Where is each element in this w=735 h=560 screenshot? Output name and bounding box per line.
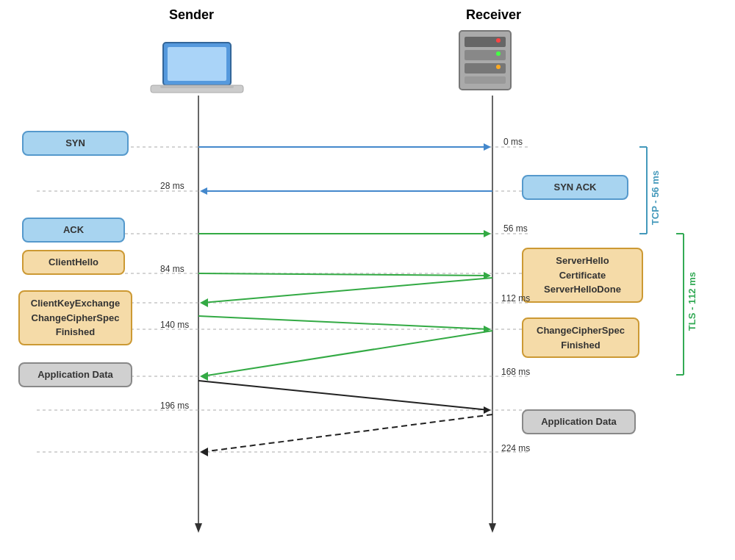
svg-marker-28	[484, 406, 491, 414]
receiver-label: Receiver	[466, 7, 521, 23]
syn-box: SYN	[22, 131, 129, 156]
time-28ms: 28 ms	[160, 181, 184, 191]
svg-marker-1	[195, 523, 202, 533]
time-140ms: 140 ms	[160, 320, 189, 330]
svg-marker-20	[484, 272, 491, 279]
ack-box: ACK	[22, 218, 125, 243]
svg-rect-39	[151, 85, 243, 93]
svg-point-48	[496, 65, 501, 69]
svg-rect-42	[465, 37, 506, 47]
svg-line-23	[198, 316, 489, 329]
svg-marker-24	[484, 326, 491, 333]
svg-line-27	[198, 381, 489, 410]
client-hello-box: ClientHello	[22, 250, 125, 275]
time-224ms: 224 ms	[501, 443, 530, 453]
time-196ms: 196 ms	[160, 401, 189, 411]
svg-point-47	[496, 51, 501, 56]
tls-bracket-label: TLS - 112 ms	[686, 272, 698, 331]
sender-label: Sender	[169, 7, 214, 23]
svg-line-25	[202, 331, 492, 376]
svg-rect-44	[465, 63, 506, 73]
svg-line-19	[198, 273, 489, 276]
svg-marker-30	[200, 448, 208, 456]
svg-marker-16	[200, 187, 207, 195]
svg-marker-22	[200, 298, 208, 307]
time-0ms: 0 ms	[503, 137, 523, 147]
syn-ack-box: SYN ACK	[522, 175, 628, 200]
svg-marker-26	[200, 372, 208, 381]
svg-line-29	[202, 414, 492, 452]
svg-rect-41	[459, 31, 511, 90]
svg-rect-37	[163, 43, 231, 85]
svg-point-46	[496, 38, 501, 43]
svg-line-21	[202, 278, 492, 303]
change-cipher-box: ChangeCipherSpecFinished	[522, 317, 639, 358]
time-112ms: 112 ms	[501, 293, 530, 304]
svg-marker-14	[484, 143, 491, 151]
app-data-left-box: Application Data	[18, 362, 132, 387]
client-key-box: ClientKeyExchangeChangeCipherSpecFinishe…	[18, 290, 132, 345]
svg-marker-18	[484, 230, 491, 237]
svg-rect-40	[160, 85, 234, 88]
time-168ms: 168 ms	[501, 367, 530, 377]
time-56ms: 56 ms	[503, 223, 528, 234]
svg-rect-43	[465, 50, 506, 60]
server-hello-box: ServerHelloCertificateServerHelloDone	[522, 248, 643, 303]
svg-rect-38	[168, 47, 226, 81]
svg-rect-45	[465, 76, 506, 84]
svg-marker-3	[489, 523, 496, 533]
diagram-container: Sender Receiver SYN ACK ClientHello Clie…	[0, 0, 735, 560]
app-data-right-box: Application Data	[522, 409, 636, 434]
time-84ms: 84 ms	[160, 264, 184, 274]
tcp-bracket-label: TCP - 56 ms	[650, 170, 661, 225]
